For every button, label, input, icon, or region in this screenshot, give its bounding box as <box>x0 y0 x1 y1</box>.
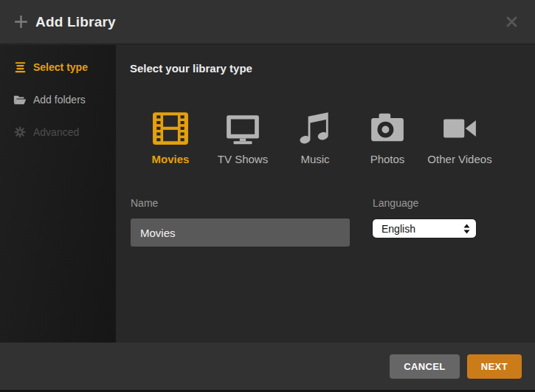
library-type-label: Other Videos <box>427 153 491 165</box>
next-button[interactable]: NEXT <box>467 354 522 379</box>
select-stepper-arrows-icon <box>463 224 470 234</box>
folder-icon <box>13 94 27 106</box>
library-type-tv-shows[interactable]: TV Shows <box>207 110 279 165</box>
dialog-footer: CANCEL NEXT <box>0 343 535 390</box>
cancel-button[interactable]: CANCEL <box>390 354 460 379</box>
library-type-label: Music <box>300 153 329 165</box>
dialog-title: Add Library <box>35 14 116 30</box>
dialog-header: Add Library <box>0 0 535 44</box>
sidebar: Select type Add folders <box>0 45 116 343</box>
name-field-label: Name <box>131 197 158 209</box>
library-type-label: Photos <box>370 153 405 165</box>
main-panel: Select your library type Movies <box>116 45 535 343</box>
video-camera-icon <box>441 110 478 148</box>
library-type-music[interactable]: Music <box>279 110 351 165</box>
plus-icon <box>15 16 27 28</box>
library-type-movies[interactable]: Movies <box>134 110 207 165</box>
language-select[interactable]: English <box>373 219 476 238</box>
language-select-value: English <box>382 223 463 235</box>
language-field-label: Language <box>373 197 418 209</box>
add-library-dialog: Add Library Select type <box>0 0 535 392</box>
library-type-label: Movies <box>152 153 190 165</box>
library-type-other-videos[interactable]: Other Videos <box>424 110 496 165</box>
sidebar-item-advanced: Advanced <box>0 118 116 146</box>
camera-icon <box>369 110 406 148</box>
section-heading: Select your library type <box>130 62 252 75</box>
sidebar-item-label: Add folders <box>33 94 86 106</box>
library-type-row: Movies TV Shows <box>134 110 496 165</box>
gear-icon <box>13 126 27 138</box>
sidebar-item-label: Advanced <box>33 126 79 138</box>
sidebar-item-select-type[interactable]: Select type <box>0 52 116 81</box>
library-type-photos[interactable]: Photos <box>351 110 424 165</box>
list-lines-icon <box>13 61 27 73</box>
film-strip-icon <box>152 110 189 148</box>
close-icon[interactable] <box>503 13 520 30</box>
sidebar-item-label: Select type <box>33 61 88 73</box>
library-type-label: TV Shows <box>218 153 268 165</box>
name-input[interactable] <box>131 219 350 247</box>
sidebar-item-add-folders[interactable]: Add folders <box>0 86 116 114</box>
music-note-icon <box>297 110 334 148</box>
tv-icon <box>224 110 261 148</box>
